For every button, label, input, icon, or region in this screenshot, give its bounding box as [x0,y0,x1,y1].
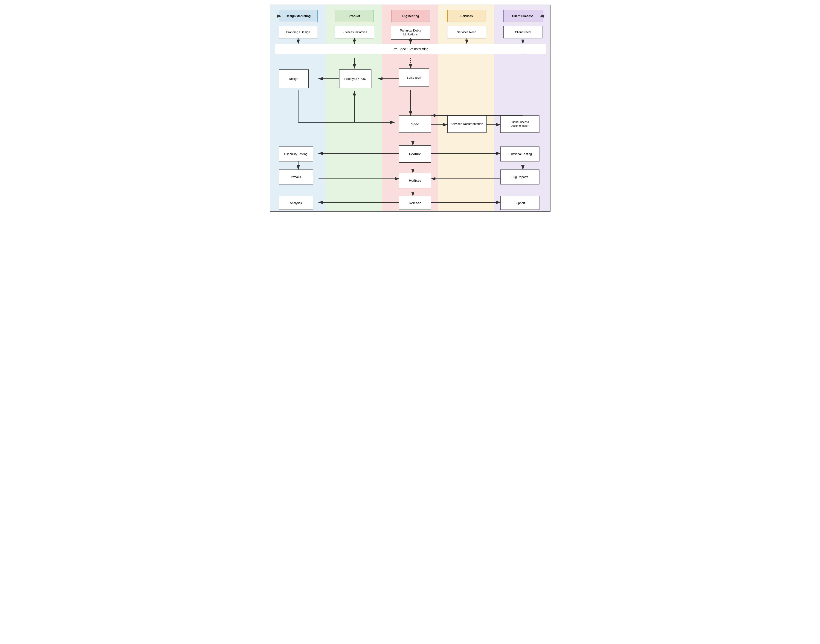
box-pre-spec: Pre Spec / Brainstorming [275,44,547,54]
header-label: Services [461,14,473,18]
header-label: Product [349,14,360,18]
box-feature: Feature [399,146,431,163]
box-services-docs: Services Documentation [447,115,487,133]
box-business-initiatives: Business Initiatives [335,26,374,38]
header-label: Design/Marketing [286,14,310,18]
box-client-success-docs: Client Success Documentation [500,115,539,133]
header-product: Product [335,10,374,22]
box-hotfixes: Hotfixes [399,173,431,188]
box-services-need: Services Need [447,26,486,38]
box-tweaks: Tweaks [279,170,313,184]
box-useability-testing: Useability Testing [279,147,313,161]
header-label: Client Success [512,14,533,18]
header-design-marketing: Design/Marketing [279,10,318,22]
box-functional-testing: Functional Testing [500,147,539,161]
box-spike: Spike (opt) [399,68,429,87]
box-bug-reports: Bug Reports [500,170,539,184]
header-label: Engineering [402,14,419,18]
box-design: Design [279,69,309,88]
header-services: Services [447,10,486,22]
header-client-success: Client Success [503,10,542,22]
box-technical-debt: Technical Debt / Limitations [391,26,430,40]
box-support: Support [500,196,539,210]
box-branding-design: Branding / Design [279,26,318,38]
box-analytics: Analytics [279,196,313,210]
header-engineering: Engineering [391,10,430,22]
diagram-container: Design/Marketing Product Engineering Ser… [270,5,551,212]
box-spec: Spec [399,115,431,133]
box-client-need: Client Need [503,26,542,38]
box-prototype-poc: Prototype / POC [339,69,372,88]
box-release: Release [399,196,431,210]
